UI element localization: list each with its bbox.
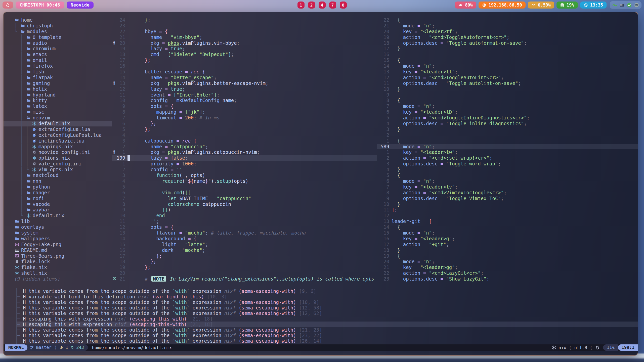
file-tree-item[interactable]: │ │ extraConfigLuaPost.lua xyxy=(4,132,112,138)
code-line[interactable]: 3 catppuccin = rec { xyxy=(112,138,377,144)
file-tree-item[interactable]: │ │ extraConfigLua.lua xyxy=(4,126,112,132)
file-tree-item[interactable]: flake.nix xyxy=(4,264,112,270)
diagnostic-row[interactable]: ─ H this variable comes from the scope o… xyxy=(17,333,638,338)
code-line[interactable]: 12 lazy = true; xyxy=(112,86,377,92)
code-line[interactable]: 2 xyxy=(377,132,638,138)
editor-pane-main[interactable]: 24 };2322 bbye = {21 name = "vim-bbye";H… xyxy=(112,17,377,283)
file-tree-item[interactable]: │ │ default.nix xyxy=(4,121,112,126)
code-line[interactable]: 589 mode = "n"; xyxy=(377,144,638,150)
code-line[interactable]: 199 lazy = false; xyxy=(112,155,377,161)
code-line[interactable]: 12 action = "<cmd>ToggleAutoLint<cr>"; xyxy=(377,75,638,80)
file-tree-item[interactable]: └ modules xyxy=(4,29,112,34)
file-tree-item[interactable]: │ misc xyxy=(4,109,112,115)
file-tree-item[interactable]: (9 hidden items) xyxy=(4,276,112,282)
code-line[interactable]: 7 timeout = 200; # In ms xyxy=(112,115,377,121)
clock-module[interactable]: 13:35 xyxy=(580,2,607,9)
code-line[interactable]: 10 } xyxy=(377,86,638,92)
diagnostic-row[interactable]: ─ H this variable comes from the scope o… xyxy=(17,327,638,333)
code-line[interactable]: H13 pkg = pkgs.vimPlugins.better-escape-… xyxy=(112,80,377,86)
diagnostic-row[interactable]: ─ H this variable comes from the scope o… xyxy=(17,310,638,316)
code-line[interactable]: 13 flavour = "mocha"; # latte, frappe, m… xyxy=(112,230,377,236)
file-tree-item[interactable]: lib xyxy=(4,218,112,224)
diagnostic-row[interactable]: ─ H this variable comes from the scope o… xyxy=(17,288,638,294)
code-line[interactable]: 1 { xyxy=(377,138,638,144)
code-line[interactable]: 22 bbye = { xyxy=(112,29,377,34)
code-line[interactable]: 9 options.desc = "Toggle Vimtex ToC"; xyxy=(377,196,638,201)
file-tree-item[interactable]: │ │ mappings.nix xyxy=(4,144,112,150)
code-line[interactable]: 14 { xyxy=(377,224,638,230)
volume-module[interactable]: 80% xyxy=(455,2,476,9)
file-tree-item[interactable]: system xyxy=(4,230,112,236)
code-line[interactable]: 4 xyxy=(112,132,377,138)
diagnostic-row[interactable]: ─ H escaping this with expression nixf (… xyxy=(17,322,638,327)
spotify-tray-icon[interactable] xyxy=(634,3,639,8)
keyboard-tray-icon[interactable] xyxy=(619,3,625,8)
file-tree-item[interactable]: │ │ neovide_config.ini xyxy=(4,149,112,155)
code-line[interactable]: 17 action = "+git"; xyxy=(377,242,638,247)
code-line[interactable]: 17 }; xyxy=(112,57,377,63)
code-line[interactable]: 8 action = "<cmd>VimtexTocToggle<cr>"; xyxy=(377,190,638,196)
file-tree-item[interactable]: flake.lock xyxy=(4,259,112,264)
code-line[interactable]: 10 end xyxy=(112,213,377,218)
file-tree-item[interactable]: │ email xyxy=(4,57,112,63)
code-line[interactable]: 21 key = "<leader>gg"; xyxy=(377,264,638,270)
code-line[interactable]: 11 ''; xyxy=(112,218,377,224)
code-line[interactable]: 20 key = "<leader>tf"; xyxy=(377,29,638,34)
code-line[interactable]: 18 }; xyxy=(112,259,377,264)
code-line[interactable]: 4 options.desc = "Toggle inline diagnost… xyxy=(377,121,638,126)
code-line[interactable]: 16 dark = "mocha"; xyxy=(112,247,377,253)
file-tree-item[interactable]: │ ranger xyxy=(4,190,112,196)
file-tree-item[interactable]: │ helix xyxy=(4,86,112,92)
code-line[interactable]: 21 # NOTE In LazyVim require("clang_exte… xyxy=(112,276,377,282)
code-line[interactable]: 19 }; xyxy=(112,264,377,270)
file-tree-item[interactable]: │ python xyxy=(4,184,112,190)
file-tree-item[interactable]: Foggy-Lake.png xyxy=(4,242,112,247)
workspace-button-8[interactable]: 8 xyxy=(340,2,347,9)
code-line[interactable]: 12 xyxy=(377,213,638,218)
code-line[interactable]: 15 better-escape = rec { xyxy=(112,69,377,75)
code-line[interactable]: 17 }; xyxy=(112,253,377,259)
code-line[interactable]: 5 xyxy=(112,184,377,190)
code-line[interactable]: 2 config = '' xyxy=(112,167,377,172)
code-line[interactable]: 21 mode = "n"; xyxy=(377,23,638,29)
code-line[interactable]: 5 }; xyxy=(112,126,377,132)
file-tree-item[interactable]: │ vscode xyxy=(4,201,112,207)
code-line[interactable]: 11]; xyxy=(377,207,638,213)
code-line[interactable]: 6 }; xyxy=(112,121,377,126)
code-line[interactable]: 22 action = "<cmd>LazyGit<cr>"; xyxy=(377,270,638,276)
code-line[interactable]: 19 lazy = true; xyxy=(112,46,377,52)
file-tree-item[interactable]: │ neovim xyxy=(4,115,112,121)
workspace-button-7[interactable]: 7 xyxy=(329,2,336,9)
file-tree-item[interactable]: │ │ inclineNavic.lua xyxy=(4,138,112,144)
code-line[interactable]: 7 key = "<leader>tv"; xyxy=(377,184,638,190)
file-tree-item[interactable]: └ default.nix xyxy=(4,213,112,218)
code-line[interactable]: 1 key = "<leader>tw"; xyxy=(377,149,638,155)
workspace-button-4[interactable]: 4 xyxy=(319,2,326,9)
code-line[interactable]: 2 name = "catppuccin"; xyxy=(112,144,377,150)
code-line[interactable]: 5 action = "<cmd>ToggleInlineDiagnostics… xyxy=(377,115,638,121)
code-line[interactable]: 1 priority = 1000; xyxy=(112,161,377,167)
file-tree-item[interactable]: │ firefox xyxy=(4,63,112,69)
diagnostic-row[interactable]: ─ H variable will bind to this definitio… xyxy=(17,294,638,299)
code-line[interactable]: 11 event = ["InsertEnter"]; xyxy=(112,92,377,98)
code-line[interactable]: 9 opts = { xyxy=(112,103,377,109)
diagnostic-row[interactable]: ─ H escaping this with expression nixf (… xyxy=(17,316,638,322)
diagnostic-row[interactable]: ─ H this variable comes from the scope o… xyxy=(17,338,638,344)
cpu-module[interactable]: 0.59% xyxy=(528,2,554,9)
code-line[interactable]: 15 { xyxy=(377,57,638,63)
file-tree-item[interactable]: │ flatpak xyxy=(4,75,112,80)
code-line[interactable]: 18 cmd = ["Bdelete" "Bwipeout"]; xyxy=(112,52,377,57)
code-line[interactable]: 23 xyxy=(112,23,377,29)
file-tree-item[interactable]: shell.nix xyxy=(4,270,112,276)
file-tree-item[interactable]: │ latex xyxy=(4,103,112,109)
code-line[interactable]: 11 options.desc = "Toggle autolint-on-sa… xyxy=(377,80,638,86)
code-line[interactable]: 18 } xyxy=(377,247,638,253)
code-line[interactable]: 4 require("${name}").setup(opts) xyxy=(112,178,377,184)
code-line[interactable]: 3 } xyxy=(377,126,638,132)
code-line[interactable]: 4 } xyxy=(377,167,638,172)
code-line[interactable]: 5 { xyxy=(377,172,638,178)
file-tree-item[interactable]: overlays xyxy=(4,224,112,230)
code-line[interactable]: 12 opts = { xyxy=(112,224,377,230)
memory-module[interactable]: 19% xyxy=(556,2,578,9)
file-tree-item[interactable]: │ kitty xyxy=(4,98,112,103)
